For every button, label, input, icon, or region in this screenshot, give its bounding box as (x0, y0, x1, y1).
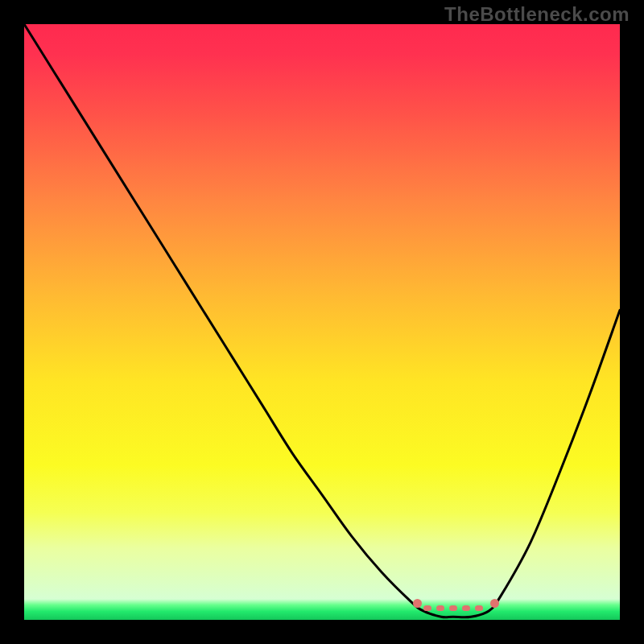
chart-frame: TheBottleneck.com (0, 0, 644, 644)
bottleneck-curve (24, 24, 620, 620)
watermark-text: TheBottleneck.com (444, 3, 630, 26)
plot-area (24, 24, 620, 620)
